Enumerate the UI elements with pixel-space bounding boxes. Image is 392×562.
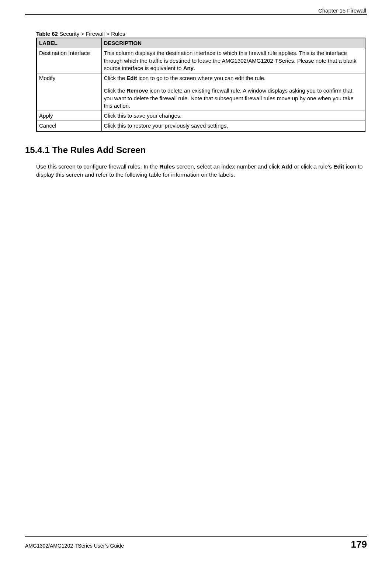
text: . (194, 65, 195, 71)
page-footer: AMG1302/AMG1202-TSeries User’s Guide 179 (25, 536, 367, 550)
cell-description: Click this to restore your previously sa… (101, 121, 365, 131)
cell-description: This column displays the destination int… (101, 48, 365, 73)
text: Click the (104, 75, 127, 81)
text: This column displays the destination int… (104, 50, 357, 71)
table-row: Cancel Click this to restore your previo… (37, 121, 365, 131)
footer-rule (25, 536, 367, 537)
text: screen, select an index number and click (175, 163, 281, 170)
table-row: Apply Click this to save your changes. (37, 111, 365, 121)
text-bold: Rules (159, 163, 175, 170)
chapter-header: Chapter 15 Firewall (25, 7, 367, 14)
cell-description: Click this to save your changes. (101, 111, 365, 121)
col-header-label: LABEL (37, 38, 101, 48)
table-number: Table 62 (36, 31, 58, 37)
footer-guide-title: AMG1302/AMG1202-TSeries User’s Guide (25, 543, 124, 549)
cell-label: Destination Interface (37, 48, 101, 73)
col-header-description: DESCRIPTION (101, 38, 365, 48)
text-bold: Add (281, 163, 292, 170)
header-rule (25, 14, 367, 15)
page-number: 179 (351, 539, 367, 550)
text-bold: Remove (126, 87, 148, 94)
section-body: Use this screen to configure firewall ru… (36, 163, 366, 179)
cell-description: Click the Edit icon to go to the screen … (101, 73, 365, 111)
text: Click the (104, 87, 127, 94)
table-breadcrumb: Security > Firewall > Rules (58, 31, 125, 37)
cell-label: Modify (37, 73, 101, 111)
cell-label: Cancel (37, 121, 101, 131)
text: icon to go to the screen where you can e… (137, 75, 266, 81)
table-row: Modify Click the Edit icon to go to the … (37, 73, 365, 111)
text: Use this screen to configure firewall ru… (36, 163, 159, 170)
text-bold: Edit (333, 163, 344, 170)
text-bold: Edit (126, 75, 137, 81)
text: or click a rule’s (292, 163, 333, 170)
cell-label: Apply (37, 111, 101, 121)
table-header-row: LABEL DESCRIPTION (37, 38, 365, 48)
table-caption: Table 62 Security > Firewall > Rules (36, 31, 367, 37)
rules-description-table: LABEL DESCRIPTION Destination Interface … (36, 38, 365, 132)
text-bold: Any (183, 65, 194, 71)
section-heading: 15.4.1 The Rules Add Screen (25, 145, 367, 155)
table-row: Destination Interface This column displa… (37, 48, 365, 73)
